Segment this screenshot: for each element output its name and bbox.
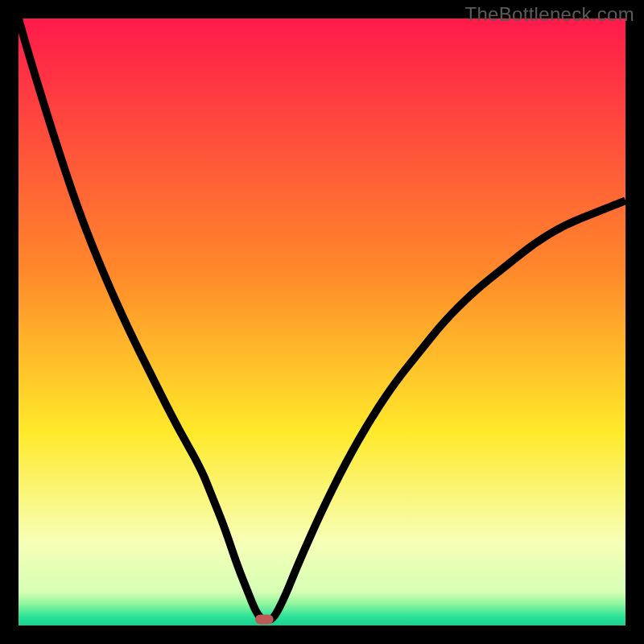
chart-frame: TheBottleneck.com <box>0 0 644 644</box>
plot-svg <box>19 19 625 625</box>
gradient-background <box>19 19 625 625</box>
plot-area <box>19 19 625 625</box>
optimal-marker <box>255 614 274 624</box>
watermark-text: TheBottleneck.com <box>464 3 634 26</box>
